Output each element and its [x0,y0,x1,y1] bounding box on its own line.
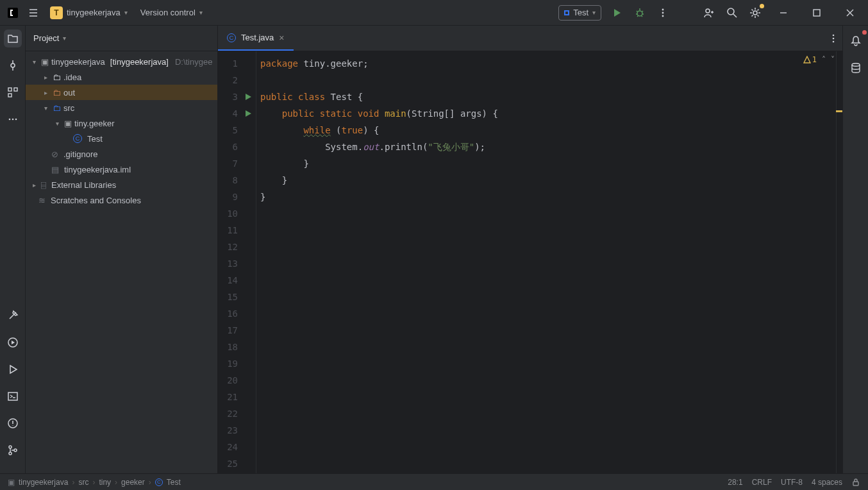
breadcrumb[interactable]: ▣ tinygeekerjava › src › tiny › geeker ›… [8,478,181,487]
chevron-right-icon: › [115,478,117,487]
chevron-right-icon[interactable]: ▸ [29,182,38,189]
close-button[interactable] [837,4,863,22]
svg-point-9 [11,63,15,67]
editor-body[interactable]: 1234567891011121314151617181920212223242… [218,51,842,473]
next-highlight-icon[interactable]: ˅ [831,55,835,64]
stripe-warning-mark[interactable] [836,110,842,112]
svg-point-24 [833,40,835,42]
tree-item-out[interactable]: ▸ 🗀 out [26,85,217,100]
readonly-toggle-icon[interactable] [851,478,860,487]
chevron-down-icon: ▾ [199,9,203,16]
project-tree[interactable]: ▾ ▣ tinygeekerjava [tinygeekerjava] D:\t… [26,51,217,473]
svg-point-15 [15,119,17,121]
chevron-down-icon: ▾ [124,9,128,16]
editor-error-stripe[interactable] [836,51,842,473]
database-tool-button[interactable] [847,59,865,77]
maximize-button[interactable] [804,4,830,22]
more-actions-icon[interactable] [655,5,671,21]
indent-setting[interactable]: 4 spaces [812,478,842,487]
svg-rect-8 [814,10,820,16]
settings-icon[interactable] [747,5,763,21]
tree-module-bracket: [tinygeekerjava] [110,57,169,67]
breadcrumb-item[interactable]: Test [167,478,181,487]
build-tool-button[interactable] [4,307,22,325]
warning-count: 1 [812,55,817,64]
more-tool-button[interactable] [4,110,22,128]
chevron-down-icon[interactable]: ▾ [41,105,50,112]
chevron-right-icon[interactable]: ▸ [41,74,50,81]
editor-area: C Test.java × 12345678910111213141516171… [218,26,842,473]
svg-point-4 [662,15,664,17]
chevron-down-icon[interactable]: ▾ [53,120,62,127]
tree-item-package[interactable]: ▾ ▣ tiny.geeker [26,115,217,131]
run-tool-button[interactable] [4,360,22,378]
folder-icon: 🗀 [53,103,61,113]
breadcrumb-item[interactable]: geeker [121,478,145,487]
notifications-icon[interactable] [847,32,865,50]
project-selector[interactable]: T tinygeekerjava ▾ [46,5,131,21]
project-tool-button[interactable] [4,30,22,47]
services-tool-button[interactable] [4,334,22,351]
run-config-name: Test [573,8,588,17]
tree-item-idea[interactable]: ▸ 🗀 .idea [26,69,217,85]
structure-tool-button[interactable] [4,83,22,101]
vcs-selector[interactable]: Version control ▾ [137,6,206,19]
chevron-down-icon[interactable]: ▾ [63,35,66,42]
chevron-right-icon: › [72,478,74,487]
editor-gutter[interactable]: 1234567891011121314151617181920212223242… [218,51,256,473]
svg-point-7 [753,11,757,15]
folder-icon: 🗀 [53,72,61,82]
close-tab-icon[interactable]: × [279,33,284,43]
breadcrumb-item[interactable]: src [78,478,88,487]
tree-item-external[interactable]: ▸ ⌸ External Libraries [26,177,217,192]
code-with-me-icon[interactable] [701,5,717,21]
class-icon: C [227,33,236,42]
chevron-down-icon[interactable]: ▾ [29,58,38,65]
caret-position[interactable]: 28:1 [728,478,742,487]
commit-tool-button[interactable] [4,56,22,74]
left-tool-rail [0,26,26,473]
tree-item-iml[interactable]: ▤ tinygeekerjava.iml [26,162,217,177]
problems-tool-button[interactable] [4,414,22,432]
tab-test-java[interactable]: C Test.java × [218,26,294,51]
class-icon: C [155,478,163,486]
module-icon: ▣ [8,478,15,487]
tree-item-scratches[interactable]: ≋ Scratches and Consoles [26,192,217,208]
run-config-selector[interactable]: Test ▾ [558,5,601,21]
search-icon[interactable] [724,5,740,21]
titlebar: T tinygeekerjava ▾ Version control ▾ Tes… [0,0,868,26]
run-button[interactable] [609,5,624,21]
svg-point-23 [833,37,835,39]
vcs-tool-button[interactable] [4,441,22,459]
main-menu-icon[interactable] [26,5,41,21]
tree-item-gitignore[interactable]: ⊘ .gitignore [26,146,217,162]
warning-badge[interactable]: 1 [803,55,817,64]
file-encoding[interactable]: UTF-8 [781,478,803,487]
debug-button[interactable] [632,5,647,21]
chevron-right-icon: › [92,478,95,487]
tree-root[interactable]: ▾ ▣ tinygeekerjava [tinygeekerjava] D:\t… [26,54,217,69]
prev-highlight-icon[interactable]: ˄ [822,55,826,64]
svg-point-2 [662,8,664,10]
folder-icon: 🗀 [53,88,61,97]
svg-point-19 [9,446,12,448]
tree-label: External Libraries [51,180,116,190]
breadcrumb-item[interactable]: tinygeekerjava [19,478,68,487]
tree-label: Scratches and Consoles [51,196,141,205]
breadcrumb-item[interactable]: tiny [99,478,111,487]
tree-label: .idea [63,72,81,82]
tab-more-icon[interactable] [824,26,842,51]
line-separator[interactable]: CRLF [752,478,772,487]
svg-point-6 [728,8,734,15]
minimize-button[interactable] [771,4,796,22]
chevron-right-icon[interactable]: ▸ [41,89,50,96]
terminal-tool-button[interactable] [4,387,22,405]
svg-point-21 [14,449,17,452]
svg-point-3 [662,12,664,13]
library-icon: ⌸ [41,180,46,190]
statusbar: ▣ tinygeekerjava › src › tiny › geeker ›… [0,473,868,490]
tree-item-test[interactable]: C Test [26,131,217,146]
editor-code[interactable]: package tiny.geeker; public class Test {… [256,51,842,473]
editor-inspections[interactable]: 1 ˄ ˅ [803,55,835,64]
tree-item-src[interactable]: ▾ 🗀 src [26,100,217,115]
